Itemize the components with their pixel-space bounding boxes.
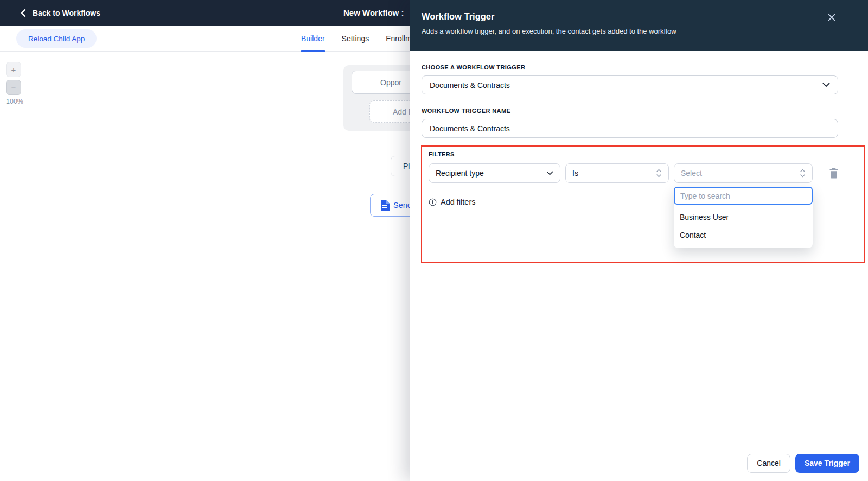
plus-circle-icon — [429, 198, 437, 206]
workflow-title: New Workflow : — [343, 0, 404, 26]
filter-value-placeholder: Select — [681, 169, 800, 178]
trigger-section-label: CHOOSE A WORKFLOW TRIGGER — [422, 64, 838, 71]
delete-filter-icon[interactable] — [828, 167, 840, 180]
zoom-out-button[interactable]: − — [6, 80, 21, 95]
add-filters-label: Add filters — [441, 198, 475, 206]
back-to-workflows-button[interactable]: Back to Workflows — [20, 9, 100, 17]
zoom-level-label: 100% — [4, 98, 25, 105]
chevron-left-icon — [20, 9, 27, 17]
tab-builder[interactable]: Builder — [301, 26, 325, 52]
filter-operator-select[interactable]: Is — [565, 163, 669, 183]
chevron-up-down-icon — [800, 168, 806, 178]
add-filters-button[interactable]: Add filters — [429, 198, 475, 206]
value-select-dropdown: Business User Contact — [674, 187, 813, 248]
filter-field-value: Recipient type — [436, 169, 546, 178]
panel-footer: Cancel Save Trigger — [410, 445, 868, 481]
panel-description: Adds a workflow trigger, and on executio… — [422, 27, 868, 35]
close-icon[interactable] — [826, 11, 839, 24]
cancel-button[interactable]: Cancel — [747, 454, 790, 473]
back-label: Back to Workflows — [33, 9, 100, 17]
filters-section-label: FILTERS — [429, 151, 864, 157]
filters-highlight-region: FILTERS Recipient type Is — [421, 145, 865, 263]
panel-body: CHOOSE A WORKFLOW TRIGGER Documents & Co… — [410, 51, 868, 445]
name-section-label: WORKFLOW TRIGGER NAME — [422, 107, 838, 114]
send-node-label: Send — [393, 201, 412, 210]
panel-header: Workflow Trigger Adds a workflow trigger… — [410, 0, 868, 51]
chevron-down-icon — [546, 171, 553, 175]
filter-row: Recipient type Is Select — [429, 163, 864, 183]
app-root: + − 100% Oppor Add N Ple Send Back to Wo… — [0, 0, 868, 481]
option-business-user[interactable]: Business User — [674, 208, 813, 226]
trigger-name-input[interactable] — [422, 119, 838, 138]
zoom-in-button[interactable]: + — [6, 62, 21, 77]
workflow-trigger-panel: Workflow Trigger Adds a workflow trigger… — [410, 0, 868, 481]
workflow-trigger-select[interactable]: Documents & Contracts — [422, 75, 838, 94]
filter-operator-value: Is — [572, 169, 656, 178]
chevron-down-icon — [822, 83, 830, 87]
save-trigger-button[interactable]: Save Trigger — [795, 454, 859, 473]
filter-value-select[interactable]: Select — [674, 163, 813, 183]
workflow-trigger-select-value: Documents & Contracts — [430, 81, 822, 90]
filter-field-select[interactable]: Recipient type — [429, 163, 560, 183]
dropdown-search-input[interactable] — [674, 187, 813, 205]
document-icon — [380, 200, 390, 211]
reload-child-app-button[interactable]: Reload Child App — [16, 29, 97, 48]
panel-title: Workflow Trigger — [422, 11, 868, 22]
tab-settings[interactable]: Settings — [342, 26, 369, 52]
option-contact[interactable]: Contact — [674, 226, 813, 244]
chevron-up-down-icon — [656, 168, 662, 178]
dropdown-option-list: Business User Contact — [674, 205, 813, 248]
